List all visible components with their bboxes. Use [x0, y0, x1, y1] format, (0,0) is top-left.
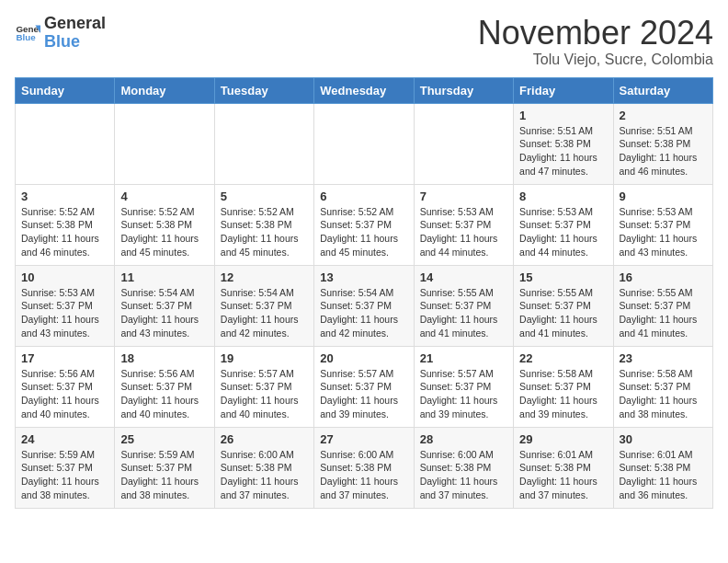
day-number: 15	[519, 270, 607, 284]
day-number: 3	[21, 190, 108, 203]
day-number: 24	[21, 432, 108, 446]
day-info: Sunrise: 5:53 AM Sunset: 5:37 PM Dayligh…	[519, 205, 607, 259]
calendar-week-row: 24Sunrise: 5:59 AM Sunset: 5:37 PM Dayli…	[16, 427, 713, 508]
month-year-title: November 2024	[478, 15, 713, 52]
calendar-cell: 1Sunrise: 5:51 AM Sunset: 5:38 PM Daylig…	[514, 103, 613, 184]
day-number: 26	[221, 432, 308, 446]
location-subtitle: Tolu Viejo, Sucre, Colombia	[478, 52, 713, 68]
day-info: Sunrise: 5:56 AM Sunset: 5:37 PM Dayligh…	[120, 367, 208, 421]
day-number: 7	[420, 190, 507, 203]
calendar-cell: 23Sunrise: 5:58 AM Sunset: 5:37 PM Dayli…	[613, 346, 712, 427]
day-number: 28	[420, 432, 507, 446]
weekday-header-saturday: Saturday	[613, 77, 712, 103]
calendar-cell	[115, 103, 214, 184]
calendar-cell: 13Sunrise: 5:54 AM Sunset: 5:37 PM Dayli…	[314, 265, 414, 346]
calendar-week-row: 3Sunrise: 5:52 AM Sunset: 5:38 PM Daylig…	[16, 184, 713, 265]
weekday-header-sunday: Sunday	[16, 77, 115, 103]
day-info: Sunrise: 6:00 AM Sunset: 5:38 PM Dayligh…	[221, 448, 308, 502]
calendar-week-row: 17Sunrise: 5:56 AM Sunset: 5:37 PM Dayli…	[16, 346, 713, 427]
calendar-header: SundayMondayTuesdayWednesdayThursdayFrid…	[16, 77, 713, 103]
day-number: 2	[620, 109, 707, 122]
calendar-cell: 2Sunrise: 5:51 AM Sunset: 5:38 PM Daylig…	[613, 103, 712, 184]
weekday-header-tuesday: Tuesday	[214, 77, 313, 103]
day-number: 19	[221, 351, 308, 365]
day-info: Sunrise: 5:56 AM Sunset: 5:37 PM Dayligh…	[21, 367, 108, 421]
calendar-cell: 20Sunrise: 5:57 AM Sunset: 5:37 PM Dayli…	[314, 346, 414, 427]
title-block: November 2024 Tolu Viejo, Sucre, Colombi…	[478, 15, 713, 68]
calendar-week-row: 10Sunrise: 5:53 AM Sunset: 5:37 PM Dayli…	[16, 265, 713, 346]
day-number: 21	[420, 351, 507, 365]
day-info: Sunrise: 5:53 AM Sunset: 5:37 PM Dayligh…	[620, 205, 707, 259]
calendar-cell: 29Sunrise: 6:01 AM Sunset: 5:38 PM Dayli…	[514, 427, 613, 508]
day-number: 17	[21, 351, 108, 365]
day-number: 12	[221, 270, 308, 284]
calendar-cell	[214, 103, 313, 184]
day-number: 6	[320, 190, 407, 203]
day-info: Sunrise: 6:01 AM Sunset: 5:38 PM Dayligh…	[519, 448, 607, 502]
calendar-cell: 18Sunrise: 5:56 AM Sunset: 5:37 PM Dayli…	[115, 346, 214, 427]
day-info: Sunrise: 5:57 AM Sunset: 5:37 PM Dayligh…	[320, 367, 407, 421]
day-info: Sunrise: 5:54 AM Sunset: 5:37 PM Dayligh…	[320, 286, 407, 340]
calendar-cell: 28Sunrise: 6:00 AM Sunset: 5:38 PM Dayli…	[414, 427, 513, 508]
day-number: 25	[120, 432, 208, 446]
calendar-table: SundayMondayTuesdayWednesdayThursdayFrid…	[15, 77, 713, 509]
day-info: Sunrise: 5:57 AM Sunset: 5:37 PM Dayligh…	[420, 367, 507, 421]
day-info: Sunrise: 5:54 AM Sunset: 5:37 PM Dayligh…	[120, 286, 208, 340]
day-info: Sunrise: 5:55 AM Sunset: 5:37 PM Dayligh…	[620, 286, 707, 340]
calendar-cell	[314, 103, 414, 184]
calendar-cell: 21Sunrise: 5:57 AM Sunset: 5:37 PM Dayli…	[414, 346, 513, 427]
day-number: 27	[320, 432, 407, 446]
day-info: Sunrise: 5:52 AM Sunset: 5:38 PM Dayligh…	[21, 205, 108, 259]
day-number: 18	[120, 351, 208, 365]
day-info: Sunrise: 5:57 AM Sunset: 5:37 PM Dayligh…	[221, 367, 308, 421]
calendar-cell: 24Sunrise: 5:59 AM Sunset: 5:37 PM Dayli…	[16, 427, 115, 508]
calendar-cell: 5Sunrise: 5:52 AM Sunset: 5:38 PM Daylig…	[214, 184, 313, 265]
logo-general-text: General	[44, 15, 106, 33]
day-info: Sunrise: 5:59 AM Sunset: 5:37 PM Dayligh…	[21, 448, 108, 502]
calendar-cell: 4Sunrise: 5:52 AM Sunset: 5:38 PM Daylig…	[115, 184, 214, 265]
calendar-cell: 15Sunrise: 5:55 AM Sunset: 5:37 PM Dayli…	[514, 265, 613, 346]
calendar-cell: 9Sunrise: 5:53 AM Sunset: 5:37 PM Daylig…	[613, 184, 712, 265]
day-number: 11	[120, 270, 208, 284]
calendar-cell: 22Sunrise: 5:58 AM Sunset: 5:37 PM Dayli…	[514, 346, 613, 427]
logo: General Blue General Blue	[15, 15, 106, 52]
calendar-cell: 26Sunrise: 6:00 AM Sunset: 5:38 PM Dayli…	[214, 427, 313, 508]
day-number: 29	[519, 432, 607, 446]
page-header: General Blue General Blue November 2024 …	[15, 15, 713, 68]
weekday-header-friday: Friday	[514, 77, 613, 103]
calendar-cell: 30Sunrise: 6:01 AM Sunset: 5:38 PM Dayli…	[613, 427, 712, 508]
day-info: Sunrise: 5:59 AM Sunset: 5:37 PM Dayligh…	[120, 448, 208, 502]
day-number: 16	[620, 270, 707, 284]
calendar-cell: 27Sunrise: 6:00 AM Sunset: 5:38 PM Dayli…	[314, 427, 414, 508]
calendar-cell: 14Sunrise: 5:55 AM Sunset: 5:37 PM Dayli…	[414, 265, 513, 346]
day-info: Sunrise: 5:51 AM Sunset: 5:38 PM Dayligh…	[519, 124, 607, 178]
calendar-cell	[16, 103, 115, 184]
calendar-cell: 10Sunrise: 5:53 AM Sunset: 5:37 PM Dayli…	[16, 265, 115, 346]
day-info: Sunrise: 5:58 AM Sunset: 5:37 PM Dayligh…	[519, 367, 607, 421]
calendar-cell: 12Sunrise: 5:54 AM Sunset: 5:37 PM Dayli…	[214, 265, 313, 346]
day-info: Sunrise: 6:00 AM Sunset: 5:38 PM Dayligh…	[320, 448, 407, 502]
weekday-header-monday: Monday	[115, 77, 214, 103]
day-number: 23	[620, 351, 707, 365]
day-number: 5	[221, 190, 308, 203]
calendar-cell: 8Sunrise: 5:53 AM Sunset: 5:37 PM Daylig…	[514, 184, 613, 265]
logo-blue-text: Blue	[44, 33, 106, 52]
day-info: Sunrise: 5:52 AM Sunset: 5:37 PM Dayligh…	[320, 205, 407, 259]
day-number: 8	[519, 190, 607, 203]
day-info: Sunrise: 5:53 AM Sunset: 5:37 PM Dayligh…	[21, 286, 108, 340]
calendar-cell: 6Sunrise: 5:52 AM Sunset: 5:37 PM Daylig…	[314, 184, 414, 265]
weekday-header-wednesday: Wednesday	[314, 77, 414, 103]
calendar-cell: 25Sunrise: 5:59 AM Sunset: 5:37 PM Dayli…	[115, 427, 214, 508]
calendar-cell: 19Sunrise: 5:57 AM Sunset: 5:37 PM Dayli…	[214, 346, 313, 427]
svg-text:Blue: Blue	[16, 32, 36, 42]
day-number: 20	[320, 351, 407, 365]
calendar-cell: 3Sunrise: 5:52 AM Sunset: 5:38 PM Daylig…	[16, 184, 115, 265]
calendar-week-row: 1Sunrise: 5:51 AM Sunset: 5:38 PM Daylig…	[16, 103, 713, 184]
day-info: Sunrise: 5:52 AM Sunset: 5:38 PM Dayligh…	[221, 205, 308, 259]
logo-icon: General Blue	[15, 20, 40, 46]
calendar-cell: 11Sunrise: 5:54 AM Sunset: 5:37 PM Dayli…	[115, 265, 214, 346]
day-info: Sunrise: 5:58 AM Sunset: 5:37 PM Dayligh…	[620, 367, 707, 421]
day-info: Sunrise: 5:52 AM Sunset: 5:38 PM Dayligh…	[120, 205, 208, 259]
day-number: 10	[21, 270, 108, 284]
day-info: Sunrise: 5:51 AM Sunset: 5:38 PM Dayligh…	[620, 124, 707, 178]
